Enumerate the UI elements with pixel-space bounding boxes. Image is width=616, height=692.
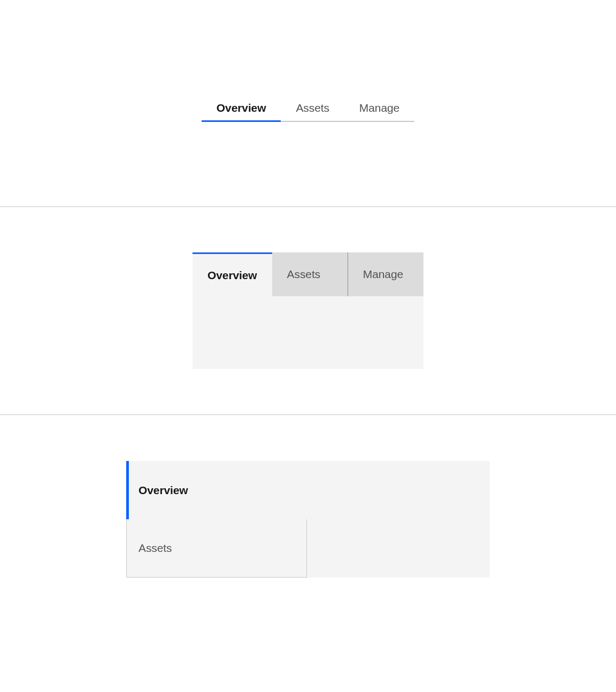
- tab-overview[interactable]: Overview: [202, 95, 281, 122]
- contained-tablist: Overview Assets Manage: [192, 252, 424, 296]
- line-tabs-example: Overview Assets Manage: [0, 0, 616, 206]
- tab-manage[interactable]: Manage: [344, 95, 414, 122]
- contained-tabs-example: Overview Assets Manage: [0, 207, 616, 414]
- tab-panel: [307, 461, 490, 578]
- tab-overview[interactable]: Overview: [126, 461, 307, 519]
- tab-overview[interactable]: Overview: [192, 252, 272, 296]
- vertical-tabs-example: Overview Assets: [0, 415, 616, 578]
- tab-assets[interactable]: Assets: [126, 519, 307, 578]
- line-tablist: Overview Assets Manage: [202, 95, 414, 122]
- vertical-tablist: Overview Assets: [126, 461, 307, 578]
- tab-assets[interactable]: Assets: [281, 95, 344, 122]
- tab-assets[interactable]: Assets: [272, 252, 348, 296]
- tab-panel: [192, 296, 424, 369]
- tab-manage[interactable]: Manage: [348, 252, 424, 296]
